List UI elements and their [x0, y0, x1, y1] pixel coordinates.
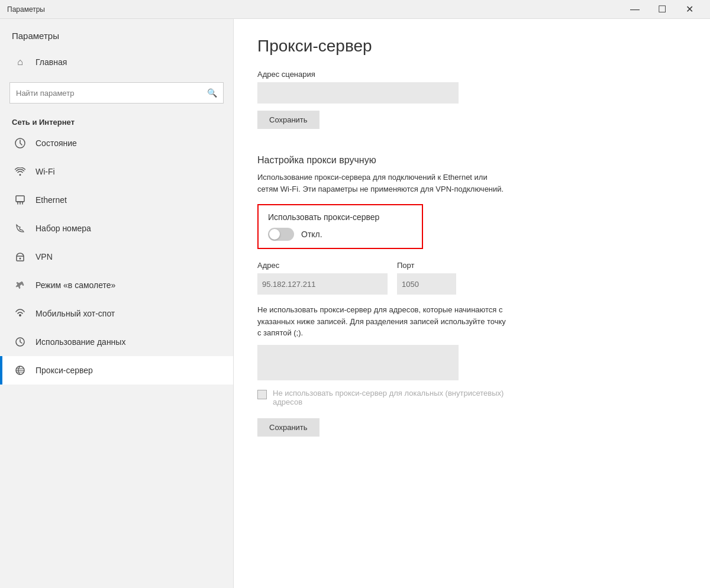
- address-group: Адрес: [257, 261, 388, 295]
- toggle-state-label: Откл.: [301, 230, 322, 239]
- address-label: Адрес: [257, 261, 388, 270]
- addr-port-row: Адрес Порт: [257, 261, 686, 295]
- toggle-knob: [269, 229, 280, 240]
- toggle-row: Откл.: [268, 228, 412, 241]
- datausage-label: Использование данных: [36, 337, 125, 347]
- save-scenario-button[interactable]: Сохранить: [257, 111, 320, 129]
- sidebar-header: Параметры: [0, 19, 233, 47]
- dialup-icon: [12, 220, 28, 237]
- home-label: Главная: [36, 57, 67, 67]
- hotspot-icon: [12, 305, 28, 322]
- sidebar-item-status[interactable]: Состояние: [0, 129, 233, 157]
- sidebar-item-datausage[interactable]: Использование данных: [0, 328, 233, 356]
- scenario-label: Адрес сценария: [257, 70, 686, 79]
- save-manual-button[interactable]: Сохранить: [257, 418, 320, 437]
- search-input[interactable]: [16, 89, 207, 98]
- toggle-label: Использовать прокси-сервер: [268, 212, 412, 222]
- local-checkbox[interactable]: [257, 390, 267, 399]
- home-icon: ⌂: [12, 54, 28, 70]
- address-input[interactable]: [257, 273, 388, 295]
- port-label: Порт: [397, 261, 456, 270]
- sidebar-item-wifi[interactable]: Wi-Fi: [0, 157, 233, 186]
- wifi-icon: [12, 163, 28, 180]
- airplane-icon: [12, 277, 28, 293]
- vpn-icon: [12, 248, 28, 265]
- status-icon: [12, 135, 28, 151]
- sidebar-item-home[interactable]: ⌂ Главная: [0, 47, 233, 77]
- exceptions-input[interactable]: [257, 345, 459, 380]
- sidebar-item-hotspot[interactable]: Мобильный хот-спот: [0, 299, 233, 328]
- main-content: Прокси-сервер Адрес сценария Сохранить Н…: [234, 19, 710, 588]
- port-group: Порт: [397, 261, 456, 295]
- window-controls: — ☐ ✕: [621, 0, 703, 19]
- sidebar-item-proxy[interactable]: Прокси-сервер: [0, 356, 233, 385]
- maximize-button[interactable]: ☐: [648, 0, 676, 19]
- sidebar-title: Параметры: [12, 31, 221, 41]
- sidebar: Параметры ⌂ Главная 🔍 Сеть и Интернет Со…: [0, 19, 234, 588]
- section-label: Сеть и Интернет: [0, 113, 233, 129]
- close-button[interactable]: ✕: [676, 0, 703, 19]
- datausage-icon: [12, 334, 28, 350]
- dialup-label: Набор номера: [36, 224, 91, 233]
- manual-description: Использование прокси-сервера для подключ…: [257, 172, 601, 195]
- sidebar-item-airplane[interactable]: Режим «в самолете»: [0, 271, 233, 299]
- search-icon: 🔍: [207, 88, 217, 98]
- minimize-button[interactable]: —: [621, 0, 648, 19]
- airplane-label: Режим «в самолете»: [36, 280, 115, 290]
- exceptions-description: Не использовать прокси-сервер для адресо…: [257, 304, 589, 339]
- proxy-toggle[interactable]: [268, 228, 294, 241]
- svg-point-4: [19, 314, 21, 316]
- sidebar-item-vpn[interactable]: VPN: [0, 243, 233, 271]
- svg-rect-1: [16, 196, 24, 202]
- page-title: Прокси-сервер: [257, 37, 686, 56]
- sidebar-item-dialup[interactable]: Набор номера 4: [0, 214, 233, 243]
- proxy-label: Прокси-сервер: [36, 366, 93, 375]
- search-box: 🔍: [9, 82, 224, 104]
- manual-section-title: Настройка прокси вручную: [257, 155, 686, 166]
- ethernet-label: Ethernet: [36, 195, 67, 205]
- port-input[interactable]: [397, 273, 456, 295]
- window-title: Параметры: [7, 5, 45, 14]
- status-label: Состояние: [36, 138, 77, 148]
- sidebar-item-ethernet[interactable]: Ethernet: [0, 186, 233, 214]
- toggle-section: Использовать прокси-сервер Откл.: [257, 204, 423, 249]
- vpn-label: VPN: [36, 252, 53, 261]
- svg-point-3: [20, 258, 21, 260]
- wifi-label: Wi-Fi: [36, 167, 55, 176]
- hotspot-label: Мобильный хот-спот: [36, 309, 115, 318]
- local-checkbox-label: Не использовать прокси-сервер для локаль…: [273, 389, 504, 406]
- scenario-input[interactable]: [257, 82, 459, 104]
- proxy-icon: [12, 362, 28, 379]
- local-checkbox-row: Не использовать прокси-сервер для локаль…: [257, 389, 589, 406]
- ethernet-icon: [12, 192, 28, 208]
